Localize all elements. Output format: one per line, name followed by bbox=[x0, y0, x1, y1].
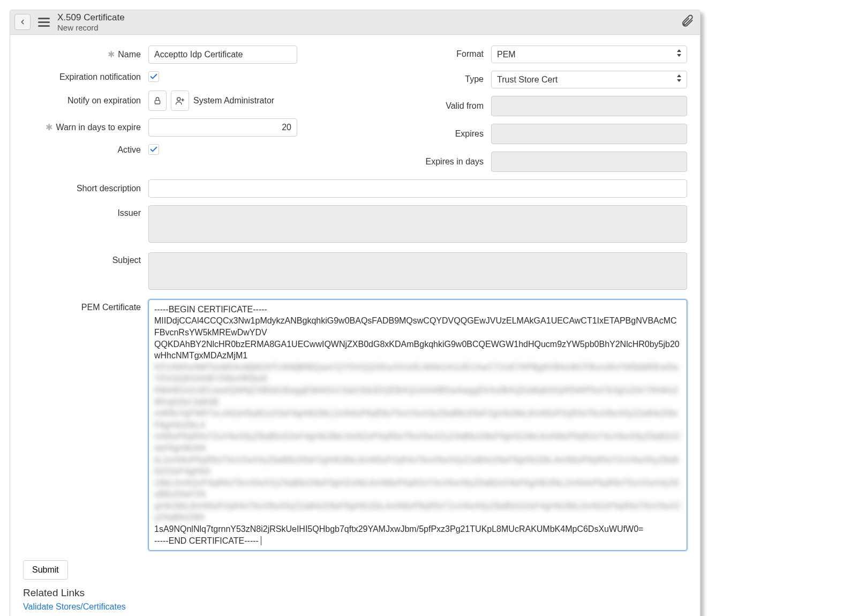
pem-certificate-label: PEM Certificate bbox=[81, 303, 141, 312]
notify-on-expiration-label: Notify on expiration bbox=[67, 96, 141, 106]
required-icon: ✱ bbox=[108, 49, 115, 59]
short-description-label: Short description bbox=[77, 184, 141, 193]
issuer-label: Issuer bbox=[117, 208, 141, 218]
name-label: Name bbox=[118, 50, 141, 59]
active-checkbox[interactable] bbox=[148, 144, 159, 155]
validate-stores-link[interactable]: Validate Stores/Certificates bbox=[23, 602, 126, 611]
required-icon: ✱ bbox=[46, 122, 52, 132]
issuer-textarea[interactable] bbox=[148, 205, 687, 243]
subject-label: Subject bbox=[112, 256, 141, 265]
left-column: ✱ Name Expiration notification bbox=[23, 46, 344, 179]
expires-input bbox=[491, 124, 687, 144]
certificate-form-window: X.509 Certificate New record ✱ Name bbox=[10, 10, 701, 616]
right-column: Format PEM Type Trust Store Ce bbox=[366, 46, 687, 179]
type-select[interactable]: Trust Store Cert bbox=[491, 71, 687, 88]
paperclip-icon bbox=[681, 14, 694, 27]
add-user-button[interactable] bbox=[171, 91, 189, 111]
name-input[interactable] bbox=[148, 46, 297, 64]
warn-days-label: Warn in days to expire bbox=[56, 123, 141, 132]
warn-days-input[interactable] bbox=[148, 118, 297, 137]
short-description-input[interactable] bbox=[148, 179, 687, 198]
chevron-left-icon bbox=[19, 18, 26, 26]
check-icon bbox=[149, 145, 158, 154]
expires-in-days-label: Expires in days bbox=[426, 157, 484, 167]
format-select[interactable]: PEM bbox=[491, 46, 687, 63]
type-label: Type bbox=[465, 74, 484, 84]
expiration-notification-checkbox[interactable] bbox=[148, 71, 159, 82]
expires-in-days-input bbox=[491, 152, 687, 172]
check-icon bbox=[149, 72, 158, 81]
expires-label: Expires bbox=[455, 129, 484, 139]
add-user-icon bbox=[175, 96, 185, 106]
lock-icon bbox=[153, 96, 162, 105]
active-label: Active bbox=[117, 145, 141, 155]
expiration-notification-label: Expiration notification bbox=[59, 72, 141, 82]
subject-textarea[interactable] bbox=[148, 252, 687, 290]
unlock-button[interactable] bbox=[148, 91, 167, 111]
submit-button[interactable]: Submit bbox=[23, 560, 68, 580]
attachment-button[interactable] bbox=[679, 12, 696, 32]
related-links-heading: Related Links bbox=[23, 587, 687, 599]
format-label: Format bbox=[456, 49, 484, 59]
titlebar: X.509 Certificate New record bbox=[10, 10, 700, 35]
svg-rect-0 bbox=[155, 100, 160, 104]
page-subtitle: New record bbox=[57, 23, 125, 32]
page-title: X.509 Certificate bbox=[57, 12, 125, 23]
pem-certificate-textarea[interactable]: -----BEGIN CERTIFICATE----- MIIDdjCCAl4C… bbox=[148, 299, 687, 551]
notify-on-expiration-value: System Administrator bbox=[193, 96, 274, 106]
back-button[interactable] bbox=[14, 14, 31, 30]
valid-from-input bbox=[491, 96, 687, 116]
title-block: X.509 Certificate New record bbox=[57, 12, 125, 32]
svg-point-1 bbox=[177, 97, 180, 101]
valid-from-label: Valid from bbox=[446, 101, 484, 111]
menu-icon[interactable] bbox=[36, 16, 52, 29]
form-body: ✱ Name Expiration notification bbox=[10, 35, 700, 616]
